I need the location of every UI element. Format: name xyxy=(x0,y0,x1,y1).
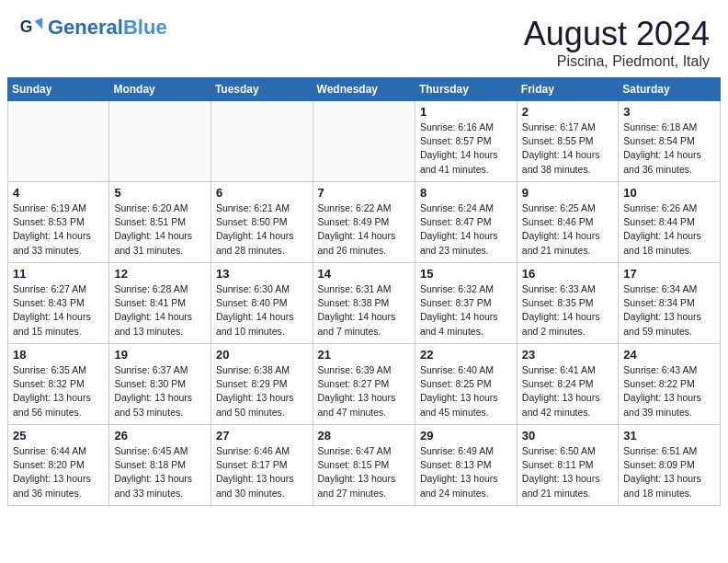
day-number: 28 xyxy=(318,429,410,442)
calendar-cell xyxy=(8,101,109,182)
day-number: 9 xyxy=(522,186,613,200)
day-info: Sunrise: 6:45 AM Sunset: 8:18 PM Dayligh… xyxy=(114,444,206,500)
calendar-cell: 3Sunrise: 6:18 AM Sunset: 8:54 PM Daylig… xyxy=(619,101,721,182)
calendar-cell: 13Sunrise: 6:30 AM Sunset: 8:40 PM Dayli… xyxy=(210,263,313,344)
day-number: 29 xyxy=(420,429,512,442)
calendar-cell: 26Sunrise: 6:45 AM Sunset: 8:18 PM Dayli… xyxy=(109,425,211,506)
title-block: August 2024 Piscina, Piedmont, Italy xyxy=(524,15,710,70)
calendar-cell: 28Sunrise: 6:47 AM Sunset: 8:15 PM Dayli… xyxy=(313,425,415,506)
calendar-wrapper: SundayMondayTuesdayWednesdayThursdayFrid… xyxy=(0,77,728,513)
calendar-cell: 24Sunrise: 6:43 AM Sunset: 8:22 PM Dayli… xyxy=(619,344,721,425)
calendar-cell: 2Sunrise: 6:17 AM Sunset: 8:55 PM Daylig… xyxy=(517,101,618,182)
day-info: Sunrise: 6:41 AM Sunset: 8:24 PM Dayligh… xyxy=(522,363,613,419)
day-number: 21 xyxy=(318,348,410,362)
day-info: Sunrise: 6:46 AM Sunset: 8:17 PM Dayligh… xyxy=(216,444,308,500)
calendar-header-row: SundayMondayTuesdayWednesdayThursdayFrid… xyxy=(8,78,721,101)
day-number: 8 xyxy=(420,186,512,200)
day-info: Sunrise: 6:38 AM Sunset: 8:29 PM Dayligh… xyxy=(216,363,308,419)
day-info: Sunrise: 6:35 AM Sunset: 8:32 PM Dayligh… xyxy=(13,363,104,419)
calendar-header-wednesday: Wednesday xyxy=(313,78,415,101)
day-info: Sunrise: 6:49 AM Sunset: 8:13 PM Dayligh… xyxy=(420,444,512,500)
calendar-cell: 31Sunrise: 6:51 AM Sunset: 8:09 PM Dayli… xyxy=(619,425,721,506)
day-info: Sunrise: 6:32 AM Sunset: 8:37 PM Dayligh… xyxy=(420,282,512,339)
calendar-cell: 11Sunrise: 6:27 AM Sunset: 8:43 PM Dayli… xyxy=(8,263,109,344)
calendar-cell: 4Sunrise: 6:19 AM Sunset: 8:53 PM Daylig… xyxy=(8,182,109,263)
day-info: Sunrise: 6:19 AM Sunset: 8:53 PM Dayligh… xyxy=(13,201,104,258)
calendar-header-thursday: Thursday xyxy=(415,78,517,101)
calendar-cell: 10Sunrise: 6:26 AM Sunset: 8:44 PM Dayli… xyxy=(619,182,721,263)
calendar-cell: 7Sunrise: 6:22 AM Sunset: 8:49 PM Daylig… xyxy=(313,182,415,263)
day-number: 27 xyxy=(216,429,308,442)
day-info: Sunrise: 6:17 AM Sunset: 8:55 PM Dayligh… xyxy=(522,121,613,177)
location: Piscina, Piedmont, Italy xyxy=(524,53,710,70)
calendar-cell: 17Sunrise: 6:34 AM Sunset: 8:34 PM Dayli… xyxy=(619,263,721,344)
calendar-header-monday: Monday xyxy=(109,78,211,101)
calendar-cell xyxy=(313,101,415,182)
day-number: 13 xyxy=(216,267,308,281)
calendar-week-3: 18Sunrise: 6:35 AM Sunset: 8:32 PM Dayli… xyxy=(8,344,721,425)
day-number: 16 xyxy=(522,267,613,281)
day-info: Sunrise: 6:51 AM Sunset: 8:09 PM Dayligh… xyxy=(623,444,715,500)
calendar-week-2: 11Sunrise: 6:27 AM Sunset: 8:43 PM Dayli… xyxy=(8,263,721,344)
calendar-week-0: 1Sunrise: 6:16 AM Sunset: 8:57 PM Daylig… xyxy=(8,101,721,182)
calendar-cell: 9Sunrise: 6:25 AM Sunset: 8:46 PM Daylig… xyxy=(517,182,618,263)
day-info: Sunrise: 6:33 AM Sunset: 8:35 PM Dayligh… xyxy=(522,282,613,339)
day-number: 7 xyxy=(318,186,410,200)
day-info: Sunrise: 6:34 AM Sunset: 8:34 PM Dayligh… xyxy=(623,282,715,339)
svg-text:G: G xyxy=(20,17,33,36)
day-info: Sunrise: 6:40 AM Sunset: 8:25 PM Dayligh… xyxy=(420,363,512,419)
day-number: 15 xyxy=(420,267,512,281)
day-number: 3 xyxy=(623,105,715,119)
calendar-cell: 20Sunrise: 6:38 AM Sunset: 8:29 PM Dayli… xyxy=(210,344,313,425)
day-number: 24 xyxy=(623,348,715,362)
day-number: 30 xyxy=(522,429,613,442)
day-number: 2 xyxy=(522,105,613,119)
logo: G GeneralBlue xyxy=(18,15,167,40)
calendar-cell: 16Sunrise: 6:33 AM Sunset: 8:35 PM Dayli… xyxy=(517,263,618,344)
month-year: August 2024 xyxy=(524,15,710,53)
calendar-cell: 27Sunrise: 6:46 AM Sunset: 8:17 PM Dayli… xyxy=(210,425,313,506)
day-number: 10 xyxy=(623,186,715,200)
day-number: 12 xyxy=(114,267,206,281)
day-info: Sunrise: 6:18 AM Sunset: 8:54 PM Dayligh… xyxy=(623,121,715,177)
calendar-cell: 12Sunrise: 6:28 AM Sunset: 8:41 PM Dayli… xyxy=(109,263,211,344)
calendar-table: SundayMondayTuesdayWednesdayThursdayFrid… xyxy=(7,77,721,506)
day-info: Sunrise: 6:31 AM Sunset: 8:38 PM Dayligh… xyxy=(318,282,410,339)
day-info: Sunrise: 6:43 AM Sunset: 8:22 PM Dayligh… xyxy=(623,363,715,419)
calendar-header-saturday: Saturday xyxy=(619,78,721,101)
calendar-cell xyxy=(109,101,211,182)
day-info: Sunrise: 6:27 AM Sunset: 8:43 PM Dayligh… xyxy=(13,282,104,339)
calendar-cell: 23Sunrise: 6:41 AM Sunset: 8:24 PM Dayli… xyxy=(517,344,618,425)
calendar-cell: 22Sunrise: 6:40 AM Sunset: 8:25 PM Dayli… xyxy=(415,344,517,425)
day-number: 11 xyxy=(13,267,104,281)
calendar-header-sunday: Sunday xyxy=(8,78,109,101)
day-info: Sunrise: 6:44 AM Sunset: 8:20 PM Dayligh… xyxy=(13,444,104,500)
day-number: 4 xyxy=(13,186,104,200)
day-number: 19 xyxy=(114,348,206,362)
day-number: 23 xyxy=(522,348,613,362)
day-info: Sunrise: 6:26 AM Sunset: 8:44 PM Dayligh… xyxy=(623,201,715,258)
calendar-cell: 15Sunrise: 6:32 AM Sunset: 8:37 PM Dayli… xyxy=(415,263,517,344)
day-number: 1 xyxy=(420,105,512,119)
day-number: 5 xyxy=(114,186,206,200)
calendar-cell: 6Sunrise: 6:21 AM Sunset: 8:50 PM Daylig… xyxy=(210,182,313,263)
day-info: Sunrise: 6:20 AM Sunset: 8:51 PM Dayligh… xyxy=(114,201,206,258)
calendar-cell: 29Sunrise: 6:49 AM Sunset: 8:13 PM Dayli… xyxy=(415,425,517,506)
calendar-cell: 30Sunrise: 6:50 AM Sunset: 8:11 PM Dayli… xyxy=(517,425,618,506)
day-number: 20 xyxy=(216,348,308,362)
day-info: Sunrise: 6:30 AM Sunset: 8:40 PM Dayligh… xyxy=(216,282,308,339)
header: G GeneralBlue August 2024 Piscina, Piedm… xyxy=(0,0,728,77)
day-number: 26 xyxy=(114,429,206,442)
calendar-cell: 1Sunrise: 6:16 AM Sunset: 8:57 PM Daylig… xyxy=(415,101,517,182)
calendar-cell: 21Sunrise: 6:39 AM Sunset: 8:27 PM Dayli… xyxy=(313,344,415,425)
day-info: Sunrise: 6:37 AM Sunset: 8:30 PM Dayligh… xyxy=(114,363,206,419)
day-number: 14 xyxy=(318,267,410,281)
day-number: 31 xyxy=(623,429,715,442)
day-info: Sunrise: 6:24 AM Sunset: 8:47 PM Dayligh… xyxy=(420,201,512,258)
logo-text: GeneralBlue xyxy=(48,17,167,38)
calendar-week-4: 25Sunrise: 6:44 AM Sunset: 8:20 PM Dayli… xyxy=(8,425,721,506)
day-info: Sunrise: 6:47 AM Sunset: 8:15 PM Dayligh… xyxy=(318,444,410,500)
calendar-header-friday: Friday xyxy=(517,78,618,101)
calendar-cell: 5Sunrise: 6:20 AM Sunset: 8:51 PM Daylig… xyxy=(109,182,211,263)
calendar-cell: 18Sunrise: 6:35 AM Sunset: 8:32 PM Dayli… xyxy=(8,344,109,425)
